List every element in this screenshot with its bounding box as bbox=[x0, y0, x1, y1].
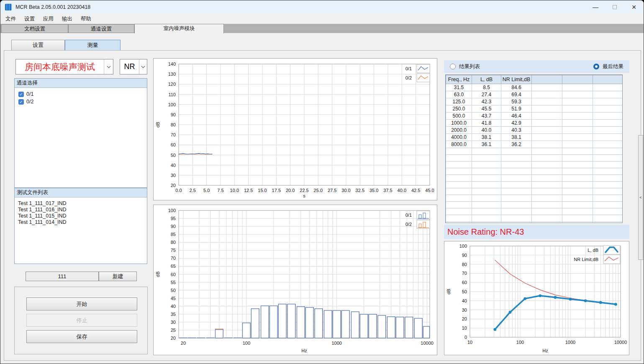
svg-text:20.0: 20.0 bbox=[286, 188, 295, 193]
title-bar[interactable]: MCR Beta 2.05.0.001 20230418 — × bbox=[0, 0, 644, 14]
chevron-down-icon[interactable] bbox=[139, 59, 147, 74]
save-button[interactable]: 保存 bbox=[26, 330, 137, 343]
svg-text:35.0: 35.0 bbox=[369, 188, 378, 193]
svg-text:25: 25 bbox=[171, 328, 176, 333]
table-cell: 69.4 bbox=[501, 91, 532, 98]
table-cell bbox=[562, 105, 593, 113]
svg-text:0/1: 0/1 bbox=[405, 213, 412, 218]
time-chart-svg: 20304050607080901001101201301400.02.55.0… bbox=[154, 59, 437, 200]
table-row bbox=[446, 155, 623, 161]
table-cell bbox=[593, 155, 623, 161]
table-cell bbox=[562, 134, 593, 141]
file-list-item[interactable]: Test 1_111_015_IND bbox=[15, 213, 147, 219]
table-row bbox=[446, 161, 623, 168]
table-cell: 51.9 bbox=[501, 105, 532, 113]
svg-text:60: 60 bbox=[171, 272, 176, 277]
new-button[interactable]: 新建 bbox=[99, 272, 137, 281]
checkbox-icon[interactable]: ✓ bbox=[18, 92, 24, 97]
table-cell bbox=[532, 168, 562, 175]
noise-rating-banner: Noise Rating: NR-43 bbox=[444, 225, 629, 239]
table-cell bbox=[593, 134, 623, 141]
table-cell bbox=[446, 195, 472, 202]
main-tab-2[interactable]: 通道设置 bbox=[68, 24, 134, 33]
menu-item-4[interactable]: 输出 bbox=[58, 14, 77, 24]
radio-icon[interactable] bbox=[593, 64, 599, 69]
table-cell: 41.8 bbox=[472, 120, 501, 127]
svg-text:10000: 10000 bbox=[614, 340, 627, 345]
svg-text:35: 35 bbox=[171, 312, 176, 317]
table-row: 8000.036.136.2 bbox=[446, 141, 623, 148]
channel-item-2[interactable]: ✓0/2 bbox=[15, 98, 147, 105]
menu-item-2[interactable]: 设置 bbox=[20, 14, 39, 24]
svg-text:80: 80 bbox=[171, 240, 176, 245]
main-tab-3[interactable]: 室内噪声模块 bbox=[134, 24, 224, 33]
table-cell bbox=[562, 120, 593, 127]
table-row bbox=[446, 148, 623, 155]
table-cell bbox=[472, 195, 501, 202]
svg-text:30.0: 30.0 bbox=[341, 188, 350, 193]
radio-result-list[interactable]: 结果列表 bbox=[450, 63, 480, 70]
table-cell bbox=[532, 175, 562, 182]
app-window: MCR Beta 2.05.0.001 20230418 — × 文件设置应用输… bbox=[0, 0, 644, 364]
table-cell bbox=[501, 175, 532, 182]
table-cell bbox=[532, 182, 562, 188]
sub-tab-2[interactable]: 测量 bbox=[65, 40, 121, 51]
chevron-down-icon[interactable] bbox=[104, 59, 113, 74]
file-name-input[interactable]: 111 bbox=[26, 272, 99, 281]
file-list-item[interactable]: Test 1_111_014_IND bbox=[15, 219, 147, 226]
table-row: 250.045.551.9 bbox=[446, 105, 623, 113]
checkbox-icon[interactable]: ✓ bbox=[18, 99, 24, 105]
svg-text:NR Limit,dB: NR Limit,dB bbox=[574, 257, 598, 262]
result-table-wrap: Freq., HzL, dBNR Limit,dB 31.58.584.663.… bbox=[445, 74, 623, 223]
table-cell: 31.5 bbox=[446, 84, 472, 91]
svg-text:50: 50 bbox=[171, 288, 176, 293]
window-controls: — × bbox=[586, 0, 644, 14]
radio-label: 结果列表 bbox=[459, 63, 480, 70]
main-tab-1[interactable]: 文档设置 bbox=[1, 24, 68, 33]
table-row: 4000.038.138.1 bbox=[446, 134, 623, 141]
table-cell bbox=[501, 148, 532, 155]
maximize-button[interactable] bbox=[605, 0, 624, 14]
table-cell bbox=[562, 208, 593, 215]
stop-button[interactable]: 停止 bbox=[26, 314, 137, 327]
start-button[interactable]: 开始 bbox=[26, 297, 137, 310]
table-cell bbox=[593, 215, 623, 222]
menu-item-3[interactable]: 应用 bbox=[39, 14, 58, 24]
table-cell bbox=[532, 91, 562, 98]
test-type-value: 房间本底噪声测试 bbox=[16, 59, 104, 74]
table-cell bbox=[532, 148, 562, 155]
svg-text:10.0: 10.0 bbox=[230, 188, 239, 193]
radio-label: 最后结果 bbox=[603, 63, 623, 70]
table-cell bbox=[562, 182, 593, 188]
sub-tab-1[interactable]: 设置 bbox=[11, 40, 65, 51]
svg-text:90: 90 bbox=[171, 112, 176, 117]
table-row: 31.58.584.6 bbox=[446, 84, 623, 91]
table-cell bbox=[562, 168, 593, 175]
file-list-item[interactable]: Test 1_111_017_IND bbox=[15, 200, 147, 207]
svg-text:0/2: 0/2 bbox=[405, 222, 412, 227]
minimize-button[interactable]: — bbox=[586, 0, 605, 14]
close-button[interactable]: × bbox=[624, 0, 644, 14]
table-cell: 1000.0 bbox=[446, 120, 472, 127]
svg-text:100: 100 bbox=[516, 340, 524, 345]
svg-text:s: s bbox=[303, 193, 305, 198]
svg-text:80: 80 bbox=[462, 262, 467, 267]
radio-icon[interactable] bbox=[450, 64, 456, 69]
channel-item-1[interactable]: ✓0/1 bbox=[15, 90, 147, 98]
table-cell: 36.2 bbox=[501, 141, 532, 148]
svg-text:20: 20 bbox=[171, 336, 176, 341]
menu-item-1[interactable]: 文件 bbox=[1, 14, 20, 24]
svg-text:37.5: 37.5 bbox=[383, 188, 392, 193]
panel-collapse-handle[interactable]: < bbox=[638, 135, 643, 260]
rating-type-combo[interactable]: NR bbox=[120, 59, 147, 74]
test-type-combo[interactable]: 房间本底噪声测试 bbox=[15, 59, 113, 74]
svg-text:0/2: 0/2 bbox=[405, 75, 412, 80]
menu-item-5[interactable]: 帮助 bbox=[77, 14, 95, 24]
radio-last-result[interactable]: 最后结果 bbox=[593, 63, 623, 70]
svg-text:55: 55 bbox=[171, 280, 176, 285]
svg-text:100: 100 bbox=[243, 341, 250, 346]
svg-text:100: 100 bbox=[459, 244, 467, 249]
table-cell bbox=[472, 175, 501, 182]
table-cell: 45.5 bbox=[472, 105, 501, 113]
file-list-item[interactable]: Test 1_111_016_IND bbox=[15, 207, 147, 213]
